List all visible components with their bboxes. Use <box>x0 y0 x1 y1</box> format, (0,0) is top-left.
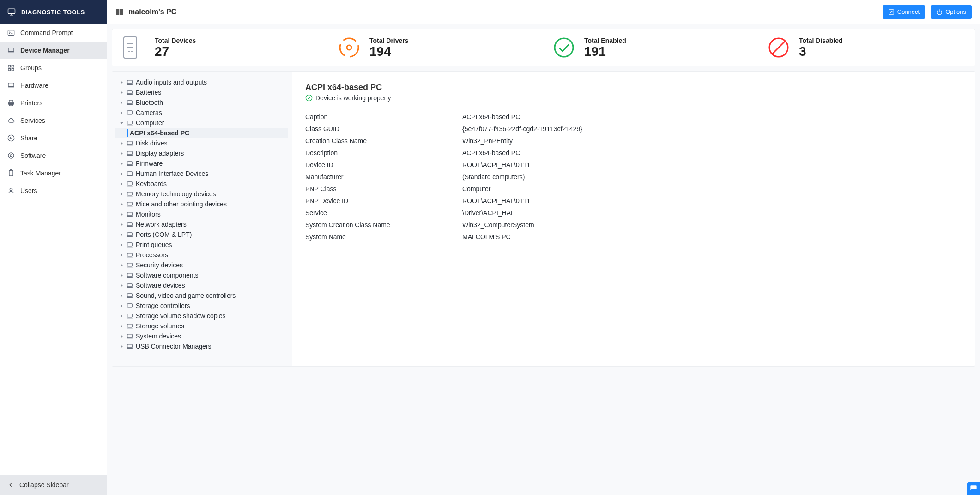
chevron-right-icon <box>120 263 124 267</box>
svg-rect-9 <box>8 68 11 71</box>
sidebar-item-printers[interactable]: Printers <box>0 94 107 112</box>
tree-category[interactable]: Batteries <box>115 87 288 97</box>
chevron-right-icon <box>120 162 124 166</box>
chevron-right-icon <box>120 243 124 247</box>
sidebar-item-groups[interactable]: Groups <box>0 59 107 77</box>
property-key: PNP Device ID <box>305 197 462 205</box>
sidebar-item-label: Task Manager <box>20 169 61 177</box>
chat-button[interactable] <box>967 482 980 495</box>
chevron-right-icon <box>120 294 124 298</box>
tree-category-label: Processors <box>136 251 168 259</box>
property-row: Service\Driver\ACPI_HAL <box>305 207 962 219</box>
tree-category[interactable]: USB Connector Managers <box>115 341 288 351</box>
sidebar-item-label: Command Prompt <box>20 29 73 36</box>
category-icon <box>127 109 133 116</box>
chevron-right-icon <box>120 273 124 278</box>
device-tree[interactable]: Audio inputs and outputsBatteriesBluetoo… <box>112 72 292 366</box>
sidebar-item-hardware[interactable]: Hardware <box>0 77 107 94</box>
sidebar-item-device-manager[interactable]: Device Manager <box>0 42 107 59</box>
sidebar: DIAGNOSTIC TOOLS Command PromptDevice Ma… <box>0 0 107 495</box>
svg-rect-66 <box>127 253 133 256</box>
chevron-right-icon <box>120 212 124 217</box>
tree-category-label: Display adapters <box>136 150 184 157</box>
tree-category[interactable]: System devices <box>115 331 288 341</box>
sidebar-header: DIAGNOSTIC TOOLS <box>0 0 107 24</box>
chevron-right-icon <box>120 192 124 196</box>
tree-category[interactable]: Disk drives <box>115 138 288 148</box>
chevron-right-icon <box>120 344 124 349</box>
tree-category-label: Ports (COM & LPT) <box>136 231 192 238</box>
property-row: PNP Device IDROOT\ACPI_HAL\0111 <box>305 195 962 207</box>
svg-rect-10 <box>12 68 14 71</box>
sidebar-item-users[interactable]: Users <box>0 182 107 199</box>
printer-icon <box>7 99 15 107</box>
svg-rect-72 <box>127 284 133 287</box>
tree-category[interactable]: Audio inputs and outputs <box>115 77 288 87</box>
tree-category[interactable]: Software components <box>115 270 288 280</box>
svg-rect-56 <box>127 202 133 205</box>
sidebar-item-command-prompt[interactable]: Command Prompt <box>0 24 107 42</box>
tree-category[interactable]: Storage volumes <box>115 321 288 331</box>
tree-category[interactable]: Computer <box>115 118 288 128</box>
tree-item[interactable]: ACPI x64-based PC <box>115 128 288 138</box>
tree-category[interactable]: Firmware <box>115 158 288 169</box>
tree-category[interactable]: Network adapters <box>115 219 288 229</box>
property-key: Device ID <box>305 161 462 169</box>
external-link-icon <box>888 9 895 15</box>
tree-category[interactable]: Memory technology devices <box>115 189 288 199</box>
property-key: PNP Class <box>305 185 462 193</box>
connect-button[interactable]: Connect <box>883 5 925 19</box>
tree-category[interactable]: Processors <box>115 250 288 260</box>
tree-category-label: Monitors <box>136 211 161 218</box>
tree-category-label: Firmware <box>136 160 163 167</box>
options-button[interactable]: Options <box>931 5 972 19</box>
property-row: Class GUID{5e47f077-f436-22df-cgd2-19113… <box>305 123 962 135</box>
chevron-right-icon <box>120 80 124 85</box>
tree-category[interactable]: Ports (COM & LPT) <box>115 229 288 240</box>
property-table: CaptionACPI x64-based PCClass GUID{5e47f… <box>305 111 962 243</box>
chevron-right-icon <box>120 314 124 318</box>
tree-category[interactable]: Storage controllers <box>115 301 288 311</box>
category-icon <box>127 272 133 278</box>
category-icon <box>127 201 133 207</box>
tree-category[interactable]: Security devices <box>115 260 288 270</box>
svg-rect-76 <box>127 304 133 307</box>
sidebar-item-share[interactable]: Share <box>0 129 107 147</box>
tree-category[interactable]: Mice and other pointing devices <box>115 199 288 209</box>
tree-category[interactable]: Storage volume shadow copies <box>115 311 288 321</box>
device-title: ACPI x64-based PC <box>305 83 962 92</box>
category-icon <box>127 313 133 319</box>
tree-category[interactable]: Cameras <box>115 108 288 118</box>
detail-panel: Audio inputs and outputsBatteriesBluetoo… <box>112 71 975 367</box>
disabled-icon <box>768 36 790 59</box>
tree-category[interactable]: Software devices <box>115 280 288 290</box>
tree-category[interactable]: Sound, video and game controllers <box>115 290 288 301</box>
tree-category-label: Keyboards <box>136 180 167 187</box>
sidebar-item-task-manager[interactable]: Task Manager <box>0 164 107 182</box>
svg-rect-50 <box>127 172 133 175</box>
chevron-left-icon <box>7 482 14 488</box>
tree-category-label: Network adapters <box>136 221 187 228</box>
svg-rect-46 <box>127 151 133 155</box>
sidebar-item-label: Software <box>20 152 46 159</box>
tree-category[interactable]: Human Interface Devices <box>115 169 288 179</box>
svg-rect-7 <box>8 65 11 67</box>
summary-devices: Total Devices 27 <box>123 36 320 59</box>
category-icon <box>127 262 133 268</box>
tree-category[interactable]: Monitors <box>115 209 288 219</box>
category-icon <box>127 181 133 187</box>
tree-category[interactable]: Print queues <box>115 240 288 250</box>
laptop-icon <box>7 47 15 54</box>
sidebar-item-services[interactable]: Services <box>0 112 107 129</box>
property-key: System Name <box>305 233 462 241</box>
svg-rect-54 <box>127 192 133 195</box>
tree-category[interactable]: Display adapters <box>115 148 288 158</box>
tree-category[interactable]: Bluetooth <box>115 97 288 108</box>
sidebar-item-software[interactable]: Software <box>0 147 107 164</box>
property-value: ACPI x64-based PC <box>462 113 962 121</box>
tree-category[interactable]: Keyboards <box>115 179 288 189</box>
collapse-sidebar-button[interactable]: Collapse Sidebar <box>0 475 107 495</box>
tree-category-label: Software devices <box>136 282 185 289</box>
windows-icon <box>115 8 124 16</box>
svg-rect-23 <box>116 9 120 12</box>
